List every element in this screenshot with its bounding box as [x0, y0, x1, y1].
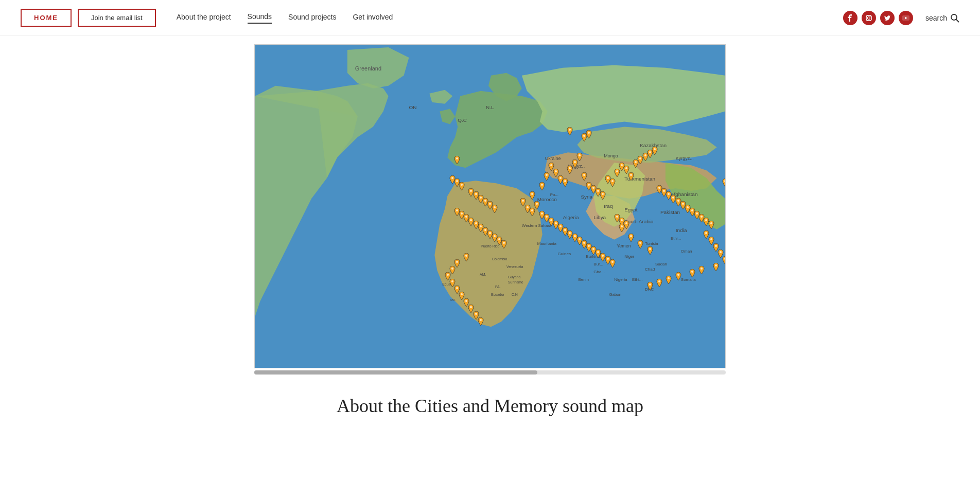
- svg-text:Greenland: Greenland: [355, 65, 381, 72]
- svg-text:Ethi...: Ethi...: [671, 236, 681, 241]
- svg-text:ON: ON: [409, 104, 417, 110]
- svg-text:Egypt: Egypt: [624, 207, 638, 212]
- about-section: About the Cities and Memory sound map: [0, 375, 980, 417]
- svg-text:Libya: Libya: [593, 215, 606, 220]
- nav-link-get-involved[interactable]: Get involved: [353, 13, 393, 23]
- youtube-icon[interactable]: [899, 11, 913, 25]
- svg-text:Ukraine: Ukraine: [545, 156, 561, 161]
- svg-text:Puerto Rico: Puerto Rico: [481, 244, 500, 248]
- svg-text:Yemen: Yemen: [617, 243, 631, 248]
- svg-text:C.N: C.N: [512, 293, 518, 296]
- nav-link-sounds[interactable]: Sounds: [248, 12, 272, 24]
- svg-text:Colombia: Colombia: [492, 257, 507, 261]
- search-icon: [950, 13, 959, 23]
- instagram-icon[interactable]: [862, 11, 876, 25]
- svg-text:Niger: Niger: [624, 254, 634, 259]
- svg-text:Algeria: Algeria: [563, 215, 579, 220]
- svg-text:Ecuador: Ecuador: [491, 293, 505, 296]
- world-map[interactable]: Greenland N.L Q.C ON Russia Kazakhstan K…: [254, 44, 726, 368]
- map-scrollbar-container: [254, 368, 726, 375]
- svg-text:Gha...: Gha...: [593, 270, 605, 274]
- svg-text:Saudi Arabia: Saudi Arabia: [624, 219, 654, 224]
- svg-text:Ethi...: Ethi...: [632, 277, 642, 282]
- nav-right: search: [843, 11, 959, 25]
- svg-text:Nigeria: Nigeria: [614, 277, 627, 282]
- svg-text:Turkmenistan: Turkmenistan: [624, 176, 655, 182]
- svg-text:Morocco: Morocco: [537, 197, 557, 202]
- map-svg: Greenland N.L Q.C ON Russia Kazakhstan K…: [255, 45, 725, 368]
- facebook-icon[interactable]: [843, 11, 857, 25]
- svg-text:AM.: AM.: [450, 298, 456, 301]
- nav-link-about[interactable]: About the project: [177, 13, 231, 23]
- svg-text:India: India: [676, 227, 687, 233]
- svg-text:Mongo: Mongo: [604, 153, 618, 158]
- svg-text:Burkina: Burkina: [586, 254, 600, 259]
- svg-text:Kygyz..: Kygyz..: [568, 163, 585, 169]
- svg-text:Tunisia: Tunisia: [645, 241, 658, 246]
- navigation: HOME Join the email list About the proje…: [0, 0, 980, 36]
- nav-left: HOME Join the email list: [21, 9, 156, 27]
- map-scrollbar-thumb[interactable]: [254, 370, 537, 375]
- svg-rect-0: [866, 15, 871, 21]
- svg-text:Suriname: Suriname: [508, 280, 523, 284]
- svg-text:Q.C: Q.C: [458, 117, 467, 123]
- svg-text:Kyrgyz...: Kyrgyz...: [676, 156, 694, 161]
- nav-links: About the project Sounds Sound projects …: [177, 12, 393, 24]
- svg-text:Ecuad...: Ecuad...: [442, 283, 456, 287]
- svg-text:AM.: AM.: [480, 273, 486, 276]
- email-list-button[interactable]: Join the email list: [78, 9, 156, 27]
- svg-text:Afghanistan: Afghanistan: [671, 191, 698, 197]
- svg-point-1: [867, 16, 870, 19]
- search-area[interactable]: search: [925, 13, 959, 23]
- map-background: Greenland N.L Q.C ON Russia Kazakhstan K…: [255, 45, 725, 368]
- svg-text:DRC: DRC: [645, 287, 654, 292]
- svg-text:PA.: PA.: [495, 285, 501, 289]
- svg-text:Syria: Syria: [581, 194, 592, 200]
- svg-text:Venezuela: Venezuela: [506, 265, 523, 269]
- about-title: About the Cities and Memory sound map: [0, 395, 980, 417]
- svg-text:Oman: Oman: [681, 249, 692, 254]
- svg-text:Po...: Po...: [550, 192, 558, 197]
- svg-text:Guyana: Guyana: [508, 275, 521, 279]
- svg-text:Kazakhstan: Kazakhstan: [640, 142, 667, 148]
- svg-text:Mauritania: Mauritania: [537, 241, 557, 246]
- twitter-icon[interactable]: [880, 11, 895, 25]
- svg-text:Sudan: Sudan: [655, 262, 667, 266]
- svg-text:Gabon: Gabon: [609, 292, 621, 297]
- svg-point-2: [870, 16, 870, 16]
- search-label: search: [925, 14, 947, 22]
- svg-text:Guinea: Guinea: [558, 252, 571, 256]
- svg-text:Pakistan: Pakistan: [660, 209, 680, 215]
- home-button[interactable]: HOME: [21, 9, 72, 27]
- svg-text:Chad: Chad: [645, 267, 655, 272]
- svg-text:Bur...: Bur...: [593, 262, 603, 266]
- nav-link-sound-projects[interactable]: Sound projects: [288, 13, 336, 23]
- svg-text:Western Sahara: Western Sahara: [522, 223, 552, 228]
- svg-text:Iraq: Iraq: [604, 203, 612, 209]
- svg-line-6: [956, 19, 959, 22]
- svg-text:Benin: Benin: [578, 277, 588, 282]
- svg-text:Somalia: Somalia: [681, 277, 696, 282]
- map-scrollbar[interactable]: [254, 370, 726, 375]
- svg-text:N.L: N.L: [486, 104, 494, 110]
